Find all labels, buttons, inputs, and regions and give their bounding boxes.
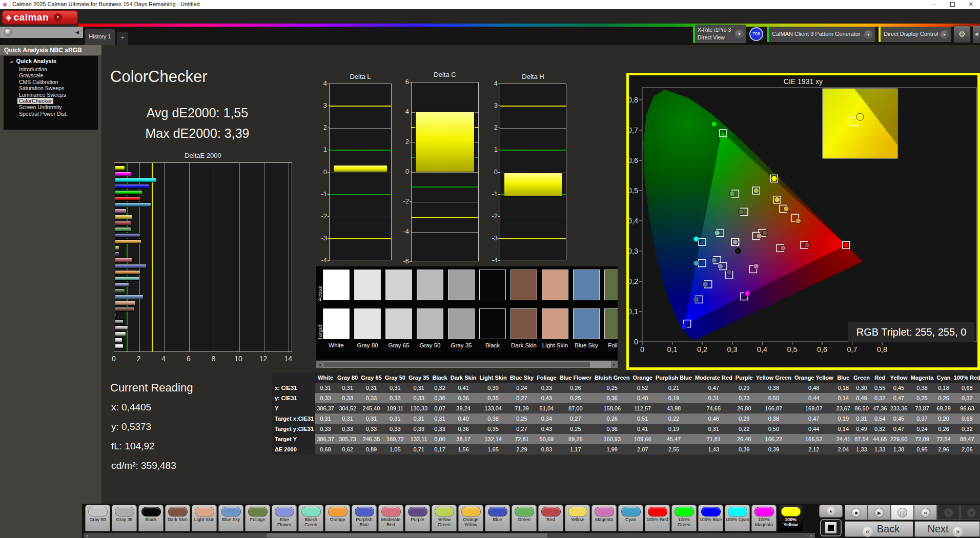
pattern-button-bluish-green[interactable]: Bluish Green [298,505,323,531]
table-cell: 0,18 [835,383,852,393]
scroll-left-icon[interactable]: ◂ [316,361,323,368]
x-tick-label: 0,1 [667,345,677,354]
pattern-label: Red [539,517,563,523]
sensor-button[interactable]: ● [960,505,980,520]
table-cell: 0,25 [558,393,593,403]
meter-dropdown[interactable]: X-Rite i1Pro 3 Direct View ▼ [693,25,746,43]
restore-icon[interactable] [943,0,962,9]
table-cell: 88,47 [952,434,980,444]
back-chevron-icon: « [863,527,873,537]
pattern-button-red[interactable]: Red [538,505,563,531]
continuous-measure-button[interactable]: ∞ [914,505,937,520]
pattern-chip [248,507,268,516]
pattern-button-orange-yellow[interactable]: Orange Yellow [458,505,483,531]
pattern-button-green[interactable]: Green [512,505,537,531]
table-cell: 132,14 [478,434,508,444]
pattern-button-blue-flower[interactable]: Blue Flower [272,505,297,531]
pattern-button-100-blue[interactable]: 100% Blue [698,505,723,531]
pattern-button-100-magenta[interactable]: 100% Magenta [751,505,777,531]
scrollbar-thumb[interactable] [323,362,590,367]
pattern-button-yellow-green[interactable]: Yellow Green [432,505,457,531]
measured-point-100-cyan [693,236,699,242]
pattern-button-100-red[interactable]: 100% Red [645,505,670,531]
panel-collapse-button[interactable]: ◀ [973,26,980,43]
table-cell: 0,38 [754,383,793,393]
pattern-button-100-yellow[interactable]: 100% Yellow [778,505,803,531]
next-button[interactable]: Next» [914,521,980,537]
actual-swatch-blue-sky [573,270,600,300]
pattern-button-100-cyan[interactable]: 100% Cyan [725,505,750,531]
y-tick-label: -4 [486,256,498,264]
pattern-button-orange[interactable]: Orange [325,505,350,531]
x-tick-label: 0,2 [697,345,707,354]
swatch-label: Gray 50 [416,342,444,348]
measured-point-gray-35 [732,239,738,245]
delta-l-chart: Delta L 43210-1-2-3-4 [316,73,400,263]
pattern-strip-scrollbar[interactable]: ◂ ▸ [84,533,815,538]
target-swatch-gray-65 [385,308,412,339]
sidebar-item-colorchecker[interactable]: ColorChecker [17,98,53,104]
sidebar-item-spectral-power-dist-[interactable]: Spectral Power Dist. [19,111,68,117]
table-cell: 229,60 [888,434,909,444]
pattern-button-blue[interactable]: Blue [485,505,510,531]
strip-expand-button[interactable]: ▲ [819,505,843,518]
swatch-scrollbar[interactable]: ◂ ▸ [316,361,618,368]
pattern-chip [595,507,614,516]
sidebar-item-luminance-sweeps[interactable]: Luminance Sweeps [19,92,66,98]
sync-button[interactable]: ↻ [937,505,960,520]
pattern-button-dark-skin[interactable]: Dark Skin [165,505,190,531]
scroll-right-icon[interactable]: ▸ [808,532,815,538]
pattern-button-magenta[interactable]: Magenta [591,505,617,531]
tab-history-1[interactable]: History 1 [85,29,115,45]
pattern-chip [515,507,534,516]
scrollbar-thumb[interactable] [267,533,547,537]
minimize-icon[interactable]: – [925,0,943,9]
pattern-button-blue-sky[interactable]: Blue Sky [218,505,243,531]
workflow-status-indicator[interactable] [4,28,12,36]
pattern-generator-dropdown[interactable]: CalMAN Client 3 Pattern Generator ▼ [767,27,875,42]
pattern-window-button[interactable] [820,519,842,536]
pattern-button-purple[interactable]: Purple [405,505,430,531]
pattern-button-light-skin[interactable]: Light Skin [192,505,217,531]
scroll-right-icon[interactable]: ▸ [611,361,618,368]
pattern-label: Yellow Green [432,517,456,527]
pattern-button-purplish-blue[interactable]: Purplish Blue [352,505,377,531]
table-cell: 0,36 [449,393,478,403]
pattern-button-cyan[interactable]: Cyan [618,505,643,531]
pattern-button-yellow[interactable]: Yellow [565,505,590,531]
workflow-title: Quick Analysis NBC sRGB [0,45,101,55]
pattern-label: 100% Green [672,517,696,527]
gridline [500,128,566,129]
pattern-button-foliage[interactable]: Foliage [245,505,270,531]
display-control-dropdown[interactable]: Direct Display Control ▼ [879,27,951,42]
pattern-button-black[interactable]: Black [138,505,164,531]
scroll-left-icon[interactable]: ◂ [84,532,90,538]
tree-root[interactable]: ◢ Quick Analysis [10,58,56,64]
sidebar-item-saturation-sweeps[interactable]: Saturation Sweeps [19,85,64,91]
actual-swatch-light-skin [542,270,568,300]
pattern-button-gray-50[interactable]: Gray 50 [85,505,110,531]
calman-menu-button[interactable]: ◈ calman ▼ [2,10,78,25]
play-button[interactable]: ▶ [868,505,891,520]
close-icon[interactable]: ✕ [962,0,980,9]
gear-icon[interactable]: ⚙ [953,26,971,43]
single-measure-button[interactable]: [·] [891,505,914,520]
add-tab-button[interactable]: + [117,32,128,45]
tick-mark [410,232,412,232]
sidebar-item-cms-calibration[interactable]: CMS Calibration [19,79,58,85]
pattern-button-100-green[interactable]: 100% Green [671,505,697,531]
back-button[interactable]: «Back [845,521,913,537]
pattern-chip [221,507,241,516]
sidebar-item-grayscale[interactable]: Grayscale [19,72,43,78]
pattern-button-moderate-red[interactable]: Moderate Red [378,505,403,531]
tree-expander-icon[interactable]: ◢ [10,59,12,63]
pattern-chip [541,507,561,516]
pattern-label: Foliage [246,517,270,523]
sidebar-item-introduction[interactable]: Introduction [19,66,47,72]
sidebar-collapse-button[interactable]: ◀ [73,28,81,37]
stop-button[interactable]: ■ [845,505,868,520]
pattern-button-gray-35[interactable]: Gray 35 [112,505,137,531]
pattern-label: Gray 35 [112,517,136,523]
sidebar-item-screen-uniformity[interactable]: Screen Uniformity [19,104,62,110]
measured-point-purple [726,270,732,275]
